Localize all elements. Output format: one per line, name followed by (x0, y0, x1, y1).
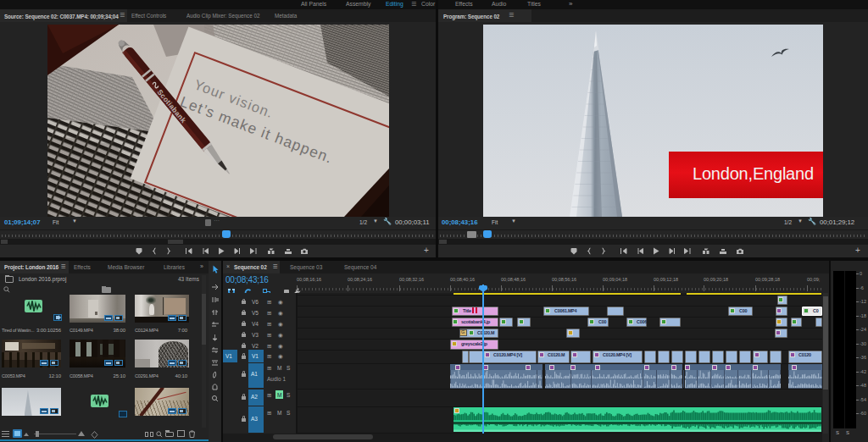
svg-text:London,England: London,England (693, 164, 814, 183)
